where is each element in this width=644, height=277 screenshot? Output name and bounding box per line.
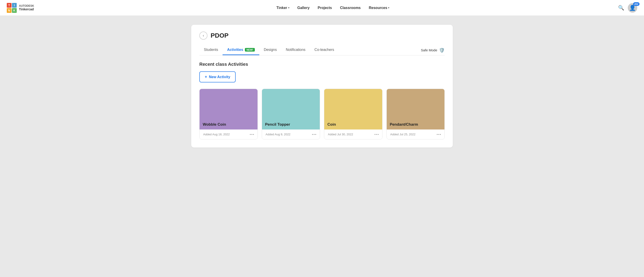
activity-card-date: Added Jul 25, 2022 <box>390 133 416 136</box>
logo-grid: T I N K <box>7 3 17 13</box>
activity-card-footer: Added Aug 9, 2022 <box>262 129 320 139</box>
header-right: 🔍 👤 202 <box>618 3 637 12</box>
safe-mode-icon: 🛡️ <box>439 47 445 53</box>
logo-area[interactable]: T I N K AUTODESK Tinkercad <box>7 3 34 13</box>
activity-card[interactable]: Pendant/Charm Added Jul 25, 2022 <box>386 89 445 139</box>
nav-classrooms[interactable]: Classrooms <box>340 6 361 10</box>
activity-card-menu[interactable] <box>374 134 378 135</box>
activity-card-footer: Added Jul 30, 2022 <box>324 129 382 139</box>
activity-card-image: Pendant/Charm <box>387 89 445 129</box>
new-activity-button[interactable]: + New Activity <box>199 71 236 82</box>
dot-icon <box>438 134 439 135</box>
activity-card-date: Added Aug 18, 2022 <box>203 133 230 136</box>
dot-icon <box>378 134 378 135</box>
activity-card-footer: Added Aug 18, 2022 <box>200 129 258 139</box>
nav-tinker[interactable]: Tinker ▾ <box>276 6 289 10</box>
section-title: Recent class Activities <box>199 62 445 67</box>
tab-designs[interactable]: Designs <box>259 45 282 55</box>
logo-cell-n: N <box>7 8 12 13</box>
logo-cell-t: T <box>7 3 12 8</box>
user-avatar-container[interactable]: 👤 202 <box>628 3 637 12</box>
main-card: ‹ PDOP Students Activities New! Designs … <box>191 25 453 148</box>
activity-card-menu[interactable] <box>312 134 316 135</box>
chevron-down-icon: ▾ <box>288 6 289 9</box>
nav-resources[interactable]: Resources ▾ <box>369 6 390 10</box>
logo-cell-i: I <box>12 3 17 8</box>
search-icon: 🔍 <box>618 5 624 10</box>
page-header: ‹ PDOP <box>199 31 445 40</box>
dot-icon <box>440 134 441 135</box>
activity-card-menu[interactable] <box>250 134 254 135</box>
dot-icon <box>315 134 316 135</box>
back-icon: ‹ <box>203 33 204 38</box>
search-button[interactable]: 🔍 <box>618 5 624 11</box>
chevron-down-icon: ▾ <box>388 6 389 9</box>
activity-card-title: Wobble Coin <box>203 122 226 127</box>
dot-icon <box>437 134 438 135</box>
notification-badge: 202 <box>633 2 640 6</box>
activity-card-image: Coin <box>324 89 382 129</box>
activity-card-title: Coin <box>328 122 336 127</box>
activity-card-image: Pencil Topper <box>262 89 320 129</box>
tab-students[interactable]: Students <box>199 45 222 55</box>
logo-cell-k: K <box>12 8 17 13</box>
tab-notifications[interactable]: Notifications <box>281 45 310 55</box>
nav-gallery[interactable]: Gallery <box>298 6 310 10</box>
activity-card-image: Wobble Coin <box>200 89 258 129</box>
dot-icon <box>314 134 314 135</box>
logo-text: AUTODESK Tinkercad <box>19 4 34 11</box>
main-nav: Tinker ▾ Gallery Projects Classrooms Res… <box>48 6 618 10</box>
header: T I N K AUTODESK Tinkercad Tinker ▾ Gall… <box>0 0 644 16</box>
tab-co-teachers[interactable]: Co-teachers <box>310 45 339 55</box>
activities-grid: Wobble Coin Added Aug 18, 2022 Pencil To… <box>199 89 445 139</box>
activity-card-title: Pendant/Charm <box>390 122 418 127</box>
page-title: PDOP <box>210 32 228 39</box>
activity-card[interactable]: Wobble Coin Added Aug 18, 2022 <box>199 89 258 139</box>
dot-icon <box>312 134 313 135</box>
dot-icon <box>374 134 376 135</box>
main-content: ‹ PDOP Students Activities New! Designs … <box>187 25 457 148</box>
tabs-bar: Students Activities New! Designs Notific… <box>199 45 445 55</box>
activity-card-menu[interactable] <box>437 134 441 135</box>
nav-projects[interactable]: Projects <box>318 6 332 10</box>
plus-icon: + <box>205 74 207 79</box>
activity-card-footer: Added Jul 25, 2022 <box>387 129 445 139</box>
activity-card-date: Added Aug 9, 2022 <box>266 133 291 136</box>
tab-activities[interactable]: Activities New! <box>222 45 259 55</box>
dot-icon <box>253 134 254 135</box>
dot-icon <box>252 134 252 135</box>
activity-card[interactable]: Pencil Topper Added Aug 9, 2022 <box>262 89 320 139</box>
activity-card[interactable]: Coin Added Jul 30, 2022 <box>324 89 382 139</box>
activity-card-title: Pencil Topper <box>265 122 290 127</box>
dot-icon <box>250 134 251 135</box>
back-button[interactable]: ‹ <box>199 31 208 40</box>
safe-mode-indicator: Safe Mode 🛡️ <box>421 47 445 53</box>
new-badge: New! <box>245 48 254 51</box>
dot-icon <box>376 134 377 135</box>
activity-card-date: Added Jul 30, 2022 <box>328 133 353 136</box>
